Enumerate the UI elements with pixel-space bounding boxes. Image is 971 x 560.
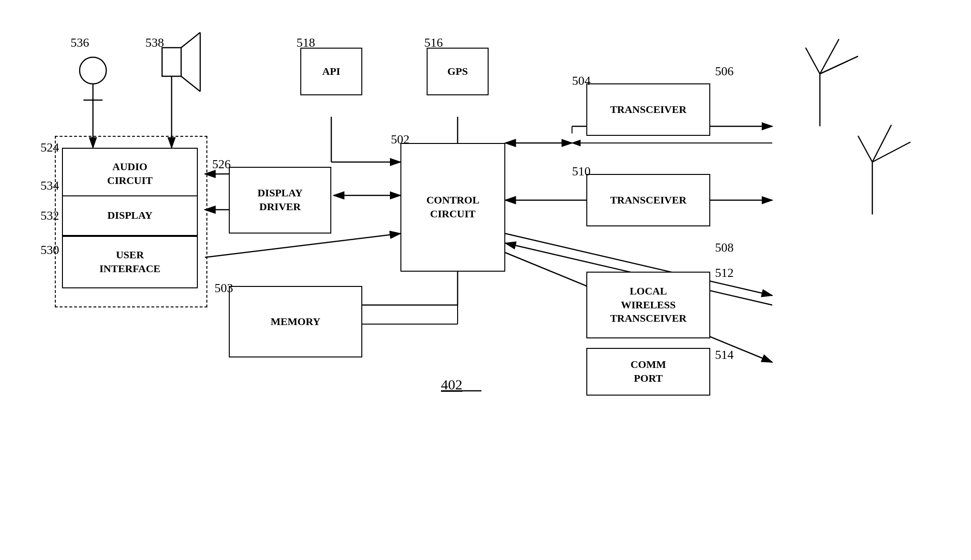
ref-518: 518 (296, 36, 315, 50)
ref-532: 532 (41, 209, 59, 223)
ref-504: 504 (572, 74, 591, 88)
svg-line-19 (872, 142, 910, 162)
local-wireless-transceiver-block: LOCAL WIRELESS TRANSCEIVER (586, 272, 710, 338)
svg-line-13 (806, 48, 820, 74)
control-circuit-block: CONTROL CIRCUIT (400, 143, 505, 272)
user-interface-block: USER INTERFACE (62, 236, 198, 288)
svg-line-14 (820, 39, 839, 74)
ref-514: 514 (715, 348, 734, 362)
ref-516: 516 (424, 36, 443, 50)
svg-line-8 (181, 32, 200, 48)
ref-526: 526 (212, 157, 231, 172)
svg-point-3 (80, 57, 106, 84)
ref-506: 506 (715, 64, 734, 79)
svg-line-35 (205, 234, 400, 257)
ref-530: 530 (41, 243, 59, 257)
audio-circuit-block: AUDIO CIRCUIT (62, 148, 198, 200)
display-driver-block: DISPLAY DRIVER (229, 167, 331, 234)
transceiver-top-block: TRANSCEIVER (586, 83, 710, 136)
ref-502: 502 (391, 132, 409, 147)
ref-538: 538 (145, 36, 164, 50)
svg-line-17 (858, 136, 872, 162)
comm-port-block: COMM PORT (586, 348, 710, 396)
ref-510: 510 (572, 164, 591, 179)
svg-rect-7 (162, 48, 181, 76)
ref-402: 402 (441, 377, 462, 393)
display-block: DISPLAY (62, 195, 198, 236)
ref-503: 503 (215, 281, 233, 295)
svg-line-15 (820, 56, 858, 74)
api-block: API (300, 48, 362, 95)
ref-524: 524 (41, 141, 59, 155)
gps-block: GPS (427, 48, 489, 95)
ref-536: 536 (71, 36, 89, 50)
ref-512: 512 (715, 266, 734, 280)
svg-line-9 (181, 76, 200, 92)
memory-block: MEMORY (229, 286, 362, 357)
svg-line-18 (872, 125, 891, 162)
ref-534: 534 (41, 179, 59, 193)
transceiver-mid-block: TRANSCEIVER (586, 174, 710, 226)
ref-508: 508 (715, 241, 734, 255)
